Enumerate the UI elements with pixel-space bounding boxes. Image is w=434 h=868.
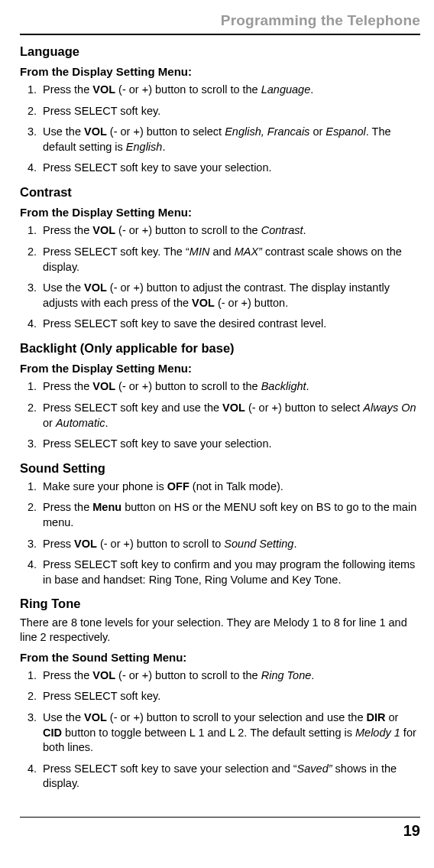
text: (- or +) button to select xyxy=(245,401,363,414)
list-item: Make sure your phone is OFF (not in Talk… xyxy=(40,480,420,495)
text: (- or +) button to select xyxy=(107,125,225,138)
section-language-title: Language xyxy=(20,43,420,60)
ring-steps: Press the VOL (- or +) button to scroll … xyxy=(20,668,420,792)
text: . xyxy=(293,538,296,550)
language-menu-head: From the Display Setting Menu: xyxy=(20,64,420,80)
section-backlight-title: Backlight (Only applicable for base) xyxy=(20,340,420,356)
option-ring-tone: Ring Tone xyxy=(261,669,312,681)
text: . xyxy=(162,141,165,153)
text: Press SELECT soft key. The “ xyxy=(43,245,189,258)
min-label: MIN xyxy=(189,245,210,258)
option: Melody 1 xyxy=(355,727,400,739)
text: . xyxy=(303,224,306,236)
section-sound-title: Sound Setting xyxy=(20,460,420,476)
text: button to toggle between L 1 and L 2. Th… xyxy=(62,727,355,739)
list-item: Press VOL (- or +) button to scroll to S… xyxy=(40,537,420,552)
vol-label: VOL xyxy=(92,83,115,96)
menu-label: Menu xyxy=(92,501,121,513)
list-item: Press the VOL (- or +) button to scroll … xyxy=(40,223,420,239)
list-item: Press the Menu button on HS or the MENU … xyxy=(40,500,420,530)
text: and xyxy=(209,245,234,258)
text: or xyxy=(386,711,399,723)
option: English xyxy=(126,141,163,153)
ring-menu-head: From the Sound Setting Menu: xyxy=(20,650,420,665)
vol-label: VOL xyxy=(92,224,115,236)
text: . xyxy=(105,417,108,429)
text: (not in Talk mode). xyxy=(189,480,283,493)
option-sound-setting: Sound Setting xyxy=(224,538,293,550)
text: Use the xyxy=(43,711,84,723)
list-item: Use the VOL (- or +) button to adjust th… xyxy=(40,281,420,310)
list-item: Press SELECT soft key. xyxy=(40,689,420,704)
section-ring-title: Ring Tone xyxy=(20,595,420,612)
option-language: Language xyxy=(261,83,311,96)
list-item: Use the VOL (- or +) button to scroll to… xyxy=(40,710,420,756)
text: Press the xyxy=(43,83,92,96)
list-item: Press SELECT soft key. The “MIN and MAX”… xyxy=(40,245,420,275)
running-header: Programming the Telephone xyxy=(20,11,420,31)
vol-label: VOL xyxy=(92,380,115,392)
saved-label: Saved” xyxy=(297,762,332,775)
list-item: Press SELECT soft key and use the VOL (-… xyxy=(40,401,420,431)
language-steps: Press the VOL (- or +) button to scroll … xyxy=(20,83,420,176)
text: . xyxy=(311,669,314,681)
list-item: Press SELECT soft key to confirm and you… xyxy=(40,558,420,587)
dir-label: DIR xyxy=(367,711,386,723)
text: Press xyxy=(43,538,74,550)
text: or xyxy=(309,125,326,138)
option-backlight: Backlight xyxy=(261,380,306,392)
text: Press SELECT soft key to save your selec… xyxy=(43,762,297,775)
option: Always On xyxy=(363,401,416,414)
list-item: Press the VOL (- or +) button to scroll … xyxy=(40,668,420,684)
option: Espanol xyxy=(326,125,365,138)
max-label: MAX” xyxy=(235,245,262,258)
text: or xyxy=(43,417,56,429)
vol-label: VOL xyxy=(92,669,115,681)
text: Press the xyxy=(43,224,92,236)
list-item: Press SELECT soft key to save the desire… xyxy=(40,317,420,332)
text: (- or +) button to scroll to your select… xyxy=(107,711,367,723)
list-item: Press SELECT soft key to save your selec… xyxy=(40,437,420,452)
vol-label: VOL xyxy=(192,297,215,309)
text: . xyxy=(306,380,309,392)
ring-intro: There are 8 tone levels for your selecti… xyxy=(20,616,420,645)
text: (- or +) button to scroll to xyxy=(97,538,224,550)
text: Use the xyxy=(43,125,84,138)
list-item: Use the VOL (- or +) button to select En… xyxy=(40,125,420,154)
text: . xyxy=(310,83,313,96)
text: Make sure your phone is xyxy=(43,480,167,493)
sound-steps: Make sure your phone is OFF (not in Talk… xyxy=(20,480,420,587)
backlight-steps: Press the VOL (- or +) button to scroll … xyxy=(20,379,420,451)
list-item: Press SELECT soft key to save your selec… xyxy=(40,161,420,176)
vol-label: VOL xyxy=(84,125,107,138)
option: Automatic xyxy=(56,417,105,429)
text: Press SELECT soft key and use the xyxy=(43,401,222,414)
text: (- or +) button to scroll to the xyxy=(115,83,261,96)
text: Press the xyxy=(43,669,92,681)
option-contrast: Contrast xyxy=(261,224,303,236)
vol-label: VOL xyxy=(84,711,107,723)
contrast-steps: Press the VOL (- or +) button to scroll … xyxy=(20,223,420,331)
text: Use the xyxy=(43,281,84,294)
text: Press the xyxy=(43,501,92,513)
option: English, Francais xyxy=(225,125,309,138)
off-label: OFF xyxy=(167,480,189,493)
text: (- or +) button to scroll to the xyxy=(115,380,261,392)
contrast-menu-head: From the Display Setting Menu: xyxy=(20,205,420,220)
page-number: 19 xyxy=(20,821,420,841)
list-item: Press SELECT soft key. xyxy=(40,104,420,119)
backlight-menu-head: From the Display Setting Menu: xyxy=(20,361,420,376)
page-footer: 19 xyxy=(20,817,420,841)
vol-label: VOL xyxy=(84,281,107,294)
list-item: Press SELECT soft key to save your selec… xyxy=(40,762,420,792)
bottom-divider xyxy=(20,817,420,818)
text: Press the xyxy=(43,380,92,392)
top-divider xyxy=(20,34,420,35)
text: (- or +) button to scroll to the xyxy=(115,669,261,681)
list-item: Press the VOL (- or +) button to scroll … xyxy=(40,379,420,395)
list-item: Press the VOL (- or +) button to scroll … xyxy=(40,83,420,98)
vol-label: VOL xyxy=(222,401,245,414)
vol-label: VOL xyxy=(74,538,97,550)
document-page: Programming the Telephone Language From … xyxy=(0,0,434,841)
cid-label: CID xyxy=(43,727,62,739)
